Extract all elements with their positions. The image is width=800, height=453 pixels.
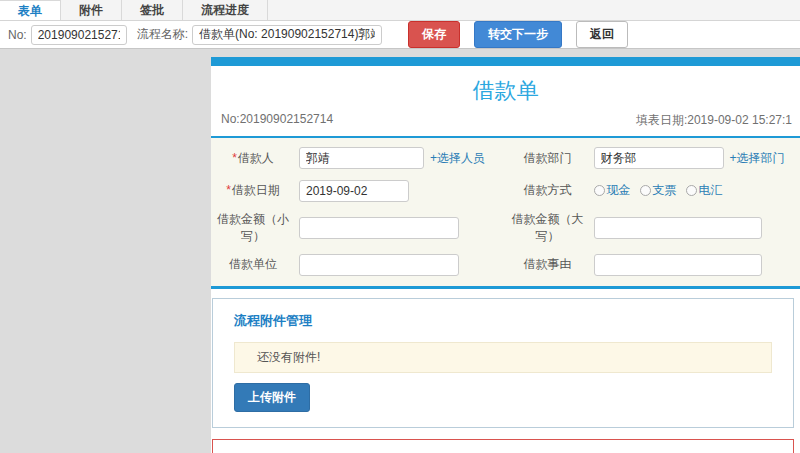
radio-cheque-label: 支票 <box>653 182 677 199</box>
upload-attachment-button[interactable]: 上传附件 <box>234 383 310 412</box>
form-top-bar <box>211 57 800 66</box>
attachment-section: 流程附件管理 还没有附件! 上传附件 <box>212 298 794 428</box>
department-label: 借款部门 <box>506 150 588 167</box>
amount-upper-label: 借款金额（大写） <box>506 211 588 245</box>
page-title: 借款单 <box>211 66 800 112</box>
unit-input[interactable] <box>299 254 459 276</box>
next-step-button[interactable]: 转交下一步 <box>474 21 562 48</box>
form-meta-row: No:20190902152714 填表日期:2019-09-02 15:27:… <box>211 112 800 136</box>
no-input[interactable] <box>31 25 127 45</box>
attachment-title: 流程附件管理 <box>234 312 772 330</box>
unit-label: 借款单位 <box>211 256 293 273</box>
no-attachment-alert: 还没有附件! <box>234 342 772 373</box>
form-date-text: 填表日期:2019-09-02 15:27:1 <box>636 112 792 129</box>
department-input[interactable] <box>594 147 724 169</box>
reason-input[interactable] <box>594 254 762 276</box>
flow-name-label: 流程名称: <box>137 26 188 43</box>
radio-cheque[interactable]: 支票 <box>640 182 677 199</box>
flow-name-input[interactable] <box>192 25 382 45</box>
field-department: 借款部门 +选择部门 <box>506 142 800 174</box>
radio-icon <box>594 185 605 196</box>
tab-form[interactable]: 表单 <box>0 0 61 20</box>
required-mark: * <box>226 183 231 197</box>
action-toolbar: No: 流程名称: 保存 转交下一步 返回 <box>0 21 800 49</box>
no-label: No: <box>8 28 27 42</box>
field-unit: 借款单位 <box>211 249 506 280</box>
approval-section: 流程签批意见 B I abc <box>212 439 794 453</box>
loan-date-input[interactable] <box>299 180 409 202</box>
field-date: *借款日期 <box>211 174 506 207</box>
tab-attachments[interactable]: 附件 <box>61 0 122 20</box>
amount-lower-input[interactable] <box>299 217 459 239</box>
date-label: *借款日期 <box>211 182 293 199</box>
save-button[interactable]: 保存 <box>408 21 460 48</box>
radio-wire-label: 电汇 <box>699 182 723 199</box>
form-no-text: No:20190902152714 <box>221 112 333 129</box>
radio-cash-label: 现金 <box>607 182 631 199</box>
reason-label: 借款事由 <box>506 256 588 273</box>
tab-bar: 表单 附件 签批 流程进度 <box>0 0 800 21</box>
field-amount-upper: 借款金额（大写） <box>506 207 800 249</box>
select-person-link[interactable]: +选择人员 <box>430 150 485 167</box>
borrower-label: *借款人 <box>211 150 293 167</box>
radio-cash[interactable]: 现金 <box>594 182 631 199</box>
amount-upper-input[interactable] <box>594 217 762 239</box>
radio-wire[interactable]: 电汇 <box>686 182 723 199</box>
tab-progress[interactable]: 流程进度 <box>183 0 268 20</box>
tab-approval[interactable]: 签批 <box>122 0 183 20</box>
radio-icon <box>686 185 697 196</box>
back-button[interactable]: 返回 <box>576 21 628 48</box>
field-amount-lower: 借款金额（小写） <box>211 207 506 249</box>
radio-icon <box>640 185 651 196</box>
method-label: 借款方式 <box>506 182 588 199</box>
required-mark: * <box>232 151 237 165</box>
amount-lower-label: 借款金额（小写） <box>211 211 293 245</box>
content-panel: 借款单 No:20190902152714 填表日期:2019-09-02 15… <box>211 57 800 453</box>
field-borrower: *借款人 +选择人员 <box>211 142 506 174</box>
borrower-input[interactable] <box>299 147 424 169</box>
field-method: 借款方式 现金 支票 电汇 <box>506 174 800 207</box>
select-department-link[interactable]: +选择部门 <box>730 150 785 167</box>
form-grid: *借款人 +选择人员 借款部门 +选择部门 *借款日期 <box>211 138 800 286</box>
method-radio-group: 现金 支票 电汇 <box>594 182 723 199</box>
field-reason: 借款事由 <box>506 249 800 280</box>
loan-form-section: 借款单 No:20190902152714 填表日期:2019-09-02 15… <box>211 57 800 289</box>
form-bottom-bar <box>211 286 800 289</box>
